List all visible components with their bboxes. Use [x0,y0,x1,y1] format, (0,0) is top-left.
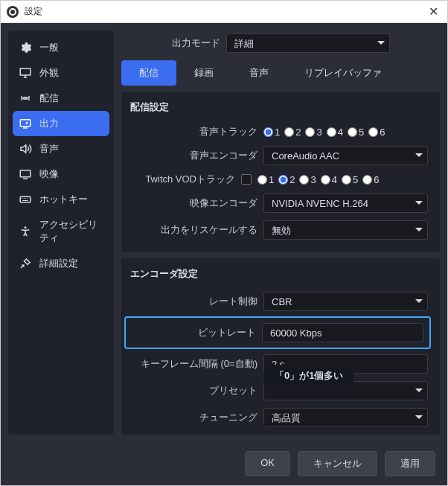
content: 出力モード 詳細 配信 録画 音声 リプレイバッファ 配信設定 [121,31,440,435]
audio-track-row: 音声トラック 123456 [121,121,434,142]
audio-encoder-row: 音声エンコーダ CoreAudio AAC [121,142,434,169]
tab-stream[interactable]: 配信 [121,60,176,86]
rate-control-value: CBR [272,296,292,307]
close-icon[interactable]: ✕ [426,4,441,19]
audio-encoder-label: 音声エンコーダ [127,149,257,162]
tab-label: 録画 [194,67,214,78]
tabs: 配信 録画 音声 リプレイバッファ [121,60,440,86]
stream-settings-panel: 配信設定 音声トラック 123456 音声エンコーダ CoreAudio AAC [121,92,440,252]
sidebar-item-label: 配信 [39,92,59,105]
audio-encoder-value: CoreAudio AAC [272,150,339,162]
track-radio-5[interactable]: 5 [342,174,358,185]
track-radio-label: 2 [295,127,301,138]
track-radio-6[interactable]: 6 [368,127,385,138]
accessibility-icon [19,225,32,238]
tab-audio[interactable]: 音声 [231,60,287,86]
button-label: OK [260,457,275,468]
sidebar-item-accessibility[interactable]: アクセシビリティ [8,212,114,251]
tuning-value: 高品質 [272,412,301,423]
sidebar-item-label: アクセシビリティ [39,218,103,245]
sidebar-item-general[interactable]: 一般 [8,35,114,60]
chevron-down-icon [415,228,423,231]
apply-button[interactable]: 適用 [385,451,435,476]
track-radio-4[interactable]: 4 [327,127,343,138]
tuning-label: チューニング [127,411,257,424]
twitch-vod-row: Twitch VODトラック 123456 [121,169,434,190]
bitrate-row: ビットレート 60000 Kbps [129,321,426,345]
tuning-select[interactable]: 高品質 [263,408,428,427]
sidebar-item-advanced[interactable]: 詳細設定 [8,251,114,276]
rate-control-row: レート制御 CBR [121,288,434,315]
tab-label: 配信 [139,67,159,78]
track-radio-label: 4 [338,127,343,138]
callout-text: 「0」が1個多い [275,370,343,381]
tab-record[interactable]: 録画 [176,60,231,86]
sidebar-item-appearance[interactable]: 外観 [8,60,114,86]
track-radio-1[interactable]: 1 [263,127,280,138]
broadcast-icon [19,92,32,105]
bitrate-label: ビットレート [132,326,256,339]
svg-rect-2 [20,196,31,202]
window-title: 設定 [25,5,42,18]
track-radio-label: 5 [353,174,358,185]
sidebar-item-video[interactable]: 映像 [8,162,114,187]
video-encoder-value: NVIDIA NVENC H.264 [272,198,368,209]
sidebar-item-stream[interactable]: 配信 [8,86,114,111]
rate-control-select[interactable]: CBR [263,292,428,311]
chevron-down-icon [377,41,385,45]
audio-track-radios: 123456 [263,127,385,138]
video-encoder-select[interactable]: NVIDIA NVENC H.264 [263,194,428,213]
track-radio-3[interactable]: 3 [305,127,321,138]
rescale-row: 出力をリスケールする 無効 [121,217,434,243]
svg-point-3 [25,226,27,228]
output-mode-label: 出力モード [172,36,220,50]
track-radio-5[interactable]: 5 [348,127,364,138]
sidebar-item-hotkeys[interactable]: ホットキー [8,187,114,212]
audio-encoder-select[interactable]: CoreAudio AAC [263,146,428,165]
bitrate-input[interactable]: 60000 Kbps [262,323,423,342]
track-radio-label: 4 [332,174,337,185]
track-radio-6[interactable]: 6 [362,174,379,185]
monitor-icon [19,66,32,80]
chevron-down-icon [415,201,423,205]
rescale-label: 出力をリスケールする [127,223,257,237]
button-label: キャンセル [313,458,362,469]
tuning-row: チューニング 高品質 [121,404,434,431]
sidebar-item-label: 映像 [39,167,59,181]
tab-replay[interactable]: リプレイバッファ [287,60,400,86]
twitch-vod-checkbox[interactable] [241,174,252,185]
track-radio-1[interactable]: 1 [257,174,274,185]
rate-control-label: レート制御 [127,295,257,308]
body: 一般 外観 配信 出力 音声 [1,23,447,485]
sidebar-item-audio[interactable]: 音声 [8,136,114,162]
panel-title: 配信設定 [121,100,434,121]
bitrate-highlight: ビットレート 60000 Kbps [124,316,431,349]
cancel-button[interactable]: キャンセル [298,451,377,476]
sidebar-item-label: 外観 [39,66,59,80]
tab-label: 音声 [249,67,269,78]
sidebar-item-output[interactable]: 出力 [13,111,109,136]
track-radio-label: 6 [374,174,379,185]
settings-window: 設定 ✕ 一般 外観 配信 出力 [0,0,448,486]
track-radio-3[interactable]: 3 [299,174,316,185]
tools-icon [19,257,32,270]
rescale-select[interactable]: 無効 [263,220,428,240]
callout-annotation: 「0」が1個多い [264,365,353,387]
sidebar: 一般 外観 配信 出力 音声 [8,31,114,435]
speaker-icon [19,142,32,156]
scroll-area[interactable]: 配信設定 音声トラック 123456 音声エンコーダ CoreAudio AAC [121,92,440,435]
track-radio-2[interactable]: 2 [278,174,295,185]
tab-label: リプレイバッファ [304,67,382,78]
svg-rect-1 [20,170,31,177]
track-radio-2[interactable]: 2 [284,127,301,138]
output-mode-select[interactable]: 詳細 [226,33,390,53]
output-icon [19,117,32,130]
rescale-value: 無効 [272,225,291,236]
footer: OK キャンセル 適用 [1,442,447,485]
track-radio-label: 2 [289,174,295,185]
ok-button[interactable]: OK [245,451,290,476]
app-icon [7,6,19,18]
sidebar-item-label: 音声 [39,142,59,156]
button-label: 適用 [400,458,420,469]
track-radio-4[interactable]: 4 [321,174,337,185]
